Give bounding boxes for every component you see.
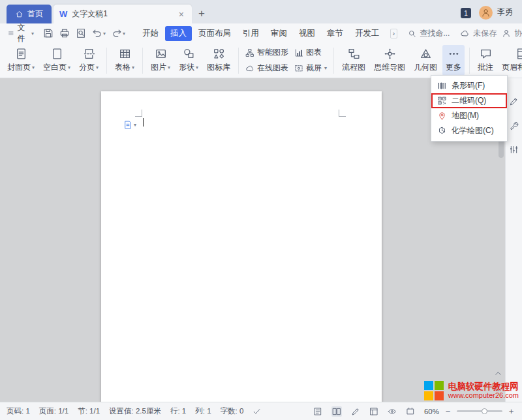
shapes-button[interactable]: 形状▾	[176, 45, 202, 76]
zoom-controls: 60% − +	[424, 407, 515, 415]
page-break-button[interactable]: 分页▾	[76, 45, 102, 76]
mind-map-button[interactable]: 思维导图	[371, 45, 408, 76]
chart-button[interactable]: 图表	[292, 46, 329, 59]
document-tab[interactable]: W 文字文稿1 ×	[54, 5, 192, 23]
text-cursor	[143, 118, 144, 127]
icon-library-label: 图标库	[207, 62, 230, 73]
view-web-button[interactable]	[369, 407, 378, 416]
comment-button[interactable]: 批注	[474, 45, 497, 76]
statusbar: 页码: 1 页面: 1/1 节: 1/1 设置值: 2.5厘米 行: 1 列: …	[0, 402, 522, 420]
user-icon	[481, 8, 491, 18]
more-label: 更多	[446, 62, 461, 73]
tab-review[interactable]: 审阅	[266, 26, 292, 41]
table-icon	[119, 48, 131, 60]
doc-assistant-button[interactable]: ▾	[123, 120, 136, 130]
table-button[interactable]: 表格▾	[112, 45, 138, 76]
status-row: 行: 1	[170, 406, 186, 416]
tab-view[interactable]: 视图	[294, 26, 320, 41]
spellcheck-button[interactable]	[253, 407, 261, 415]
menu-item-barcode[interactable]: 条形码(F)	[431, 78, 507, 93]
status-setting: 设置值: 2.5厘米	[109, 406, 161, 416]
tools-button[interactable]	[509, 121, 519, 130]
save-status[interactable]: 未保存	[460, 28, 497, 39]
username[interactable]: 李勇	[497, 7, 513, 18]
cover-page-label: 封面页	[7, 62, 31, 73]
zoom-in-button[interactable]: +	[507, 407, 515, 415]
edit-pen-button[interactable]	[509, 97, 519, 106]
chevron-down-icon: ▾	[32, 65, 35, 70]
document-tab-title: 文字文稿1	[72, 8, 172, 20]
ribbon-insert: 封面页▾ 空白页▾ 分页▾ 表格▾ 图片▾ 形状▾ 图标库	[0, 43, 522, 78]
wps-writer-window: 首页 W 文字文稿1 × + 1 李勇 文件 ▾ ▾ ▾ 开始	[0, 0, 522, 420]
smart-graphics-button[interactable]: 智能图形	[243, 46, 290, 59]
avatar[interactable]	[479, 6, 493, 20]
mind-map-label: 思维导图	[374, 62, 405, 73]
header-footer-label: 页眉和页脚	[502, 62, 522, 73]
header-footer-button[interactable]: 页眉和页脚	[499, 45, 522, 76]
shapes-label: 形状	[179, 62, 194, 73]
new-tab-button[interactable]: +	[198, 7, 205, 20]
fullscreen-button[interactable]	[406, 407, 415, 416]
blank-page-icon	[51, 48, 63, 60]
menubar: 文件 ▾ ▾ ▾ 开始 插入 页面布局 引用 审阅 视图 章节 开发工 › 查找…	[0, 23, 522, 43]
geometry-button[interactable]: 几何图	[410, 45, 440, 76]
previous-page-button[interactable]	[494, 369, 502, 378]
tab-insert[interactable]: 插入	[165, 26, 192, 41]
settings-sliders-icon	[509, 145, 519, 155]
screenshot-label: 截屏	[306, 63, 322, 74]
icon-library-button[interactable]: 图标库	[204, 45, 234, 76]
view-page-button[interactable]	[331, 406, 342, 417]
eye-icon	[388, 407, 397, 416]
zoom-level[interactable]: 60%	[424, 408, 439, 415]
zoom-slider[interactable]	[457, 410, 502, 412]
print-preview-button[interactable]	[76, 28, 86, 38]
print-button[interactable]	[59, 28, 70, 38]
notification-badge[interactable]: 1	[461, 8, 471, 18]
barcode-icon	[437, 81, 447, 91]
settings-sliders-button[interactable]	[509, 145, 519, 155]
zoom-slider-thumb[interactable]	[482, 408, 487, 414]
collaborate-label: 协作	[514, 28, 522, 39]
save-button[interactable]	[43, 28, 54, 38]
tab-section[interactable]: 章节	[322, 26, 348, 41]
menu-item-map[interactable]: 地图(M)	[431, 108, 507, 123]
site-logo	[424, 381, 444, 400]
undo-button[interactable]: ▾	[92, 28, 106, 38]
file-menu[interactable]: 文件 ▾	[5, 22, 37, 44]
more-dots-icon	[448, 48, 460, 60]
cover-page-button[interactable]: 封面页▾	[4, 45, 38, 76]
screenshot-icon	[294, 64, 303, 73]
print-icon	[59, 28, 70, 38]
redo-button[interactable]: ▾	[112, 28, 125, 38]
online-chart-icon	[245, 64, 254, 73]
tab-references[interactable]: 引用	[238, 26, 264, 41]
blank-page-button[interactable]: 空白页▾	[40, 45, 74, 76]
home-tab[interactable]: 首页	[7, 5, 52, 23]
document-workspace[interactable]: ▾	[0, 78, 505, 402]
picture-button[interactable]: 图片▾	[147, 45, 174, 76]
chevron-down-icon: ▾	[324, 65, 327, 71]
tab-page-layout[interactable]: 页面布局	[193, 26, 236, 41]
zoom-out-button[interactable]: −	[444, 407, 452, 415]
screenshot-button[interactable]: 截屏 ▾	[292, 61, 329, 75]
eye-protect-button[interactable]	[388, 407, 397, 416]
chart-icon	[294, 48, 303, 57]
tab-overflow-chevron-icon[interactable]: ›	[390, 29, 398, 38]
online-chart-button[interactable]: 在线图表	[243, 61, 290, 75]
tab-start[interactable]: 开始	[137, 26, 164, 41]
spellcheck-icon	[253, 407, 261, 415]
view-outline-button[interactable]	[313, 407, 322, 416]
chevron-down-icon: ▾	[134, 122, 136, 128]
document-page[interactable]: ▾	[101, 91, 382, 402]
flowchart-button[interactable]: 流程图	[339, 45, 369, 76]
online-chart-label: 在线图表	[257, 63, 288, 74]
command-search[interactable]: 查找命...	[408, 28, 450, 39]
menu-item-qrcode[interactable]: 二维码(Q)	[431, 93, 507, 108]
collaborate-button[interactable]: 协作	[502, 28, 522, 39]
close-tab-icon[interactable]: ×	[177, 8, 186, 20]
menu-item-chemistry[interactable]: 化学绘图(C)	[431, 123, 507, 138]
ink-pen-button[interactable]	[351, 407, 360, 416]
tab-developer[interactable]: 开发工	[350, 26, 385, 41]
more-button[interactable]: 更多	[442, 45, 465, 76]
view-page-icon	[332, 407, 341, 416]
